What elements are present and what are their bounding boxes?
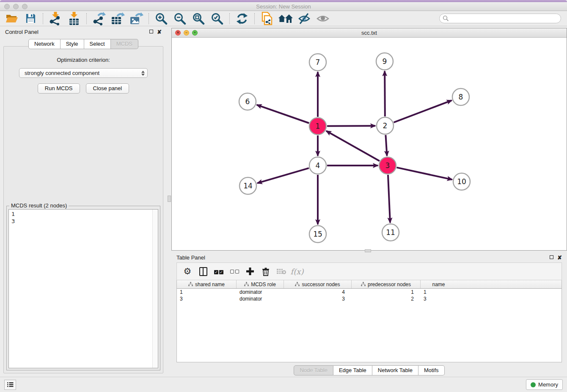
cell-shared-name: 1 xyxy=(177,289,237,295)
zoom-fit-icon xyxy=(192,12,205,25)
search-input[interactable] xyxy=(439,14,561,23)
vertical-splitter-handle[interactable] xyxy=(168,196,171,202)
network-maximize-button[interactable]: + xyxy=(192,30,198,36)
network-window-titlebar[interactable]: ✕ − + scc.txt xyxy=(172,28,567,38)
graph-edge-2-3[interactable] xyxy=(385,135,387,156)
tab-edge-table[interactable]: Edge Table xyxy=(333,365,372,375)
first-neighbors-button[interactable] xyxy=(277,12,294,25)
tab-style[interactable]: Style xyxy=(61,39,84,49)
cell-successor-nodes: 3 xyxy=(284,295,352,302)
table-options-button[interactable]: ⚙ xyxy=(181,265,194,278)
run-mcds-button[interactable]: Run MCDS xyxy=(38,83,80,94)
column-header-shared-name[interactable]: shared name xyxy=(177,280,237,288)
zoom-out-button[interactable] xyxy=(171,12,188,25)
graph-edge-1-2[interactable] xyxy=(327,126,375,126)
deselect-all-rows-button[interactable] xyxy=(228,265,241,278)
status-bar: Memory xyxy=(0,377,567,392)
tab-node-table[interactable]: Node Table xyxy=(294,365,333,375)
result-scrollbar-track[interactable] xyxy=(152,210,158,368)
zoom-fit-button[interactable] xyxy=(190,12,207,25)
hide-selected-button[interactable] xyxy=(296,12,313,25)
import-table-button[interactable] xyxy=(66,12,83,25)
network-minimize-button[interactable]: − xyxy=(184,30,189,36)
zoom-in-button[interactable] xyxy=(153,12,170,25)
select-all-rows-button[interactable]: ✓✓ xyxy=(212,265,225,278)
graph-edge-3-1[interactable] xyxy=(326,131,380,161)
cell-name: 3 xyxy=(421,295,457,302)
cell-predecessor-nodes: 1 xyxy=(352,289,421,295)
save-icon xyxy=(25,13,36,24)
horizontal-splitter-handle[interactable] xyxy=(365,249,371,252)
delete-column-button[interactable] xyxy=(259,265,272,278)
zoom-selected-icon xyxy=(211,12,223,25)
network-canvas-wrap: 1234678910111415 xyxy=(172,38,567,250)
delete-table-button[interactable] xyxy=(275,265,288,278)
graph-edge-3-10[interactable] xyxy=(396,168,452,179)
column-header-predecessor-nodes[interactable]: predecessor nodes xyxy=(352,280,421,288)
checked-boxes-icon: ✓✓ xyxy=(214,268,223,275)
refresh-view-button[interactable] xyxy=(234,12,250,25)
apply-function-button[interactable]: f(x) xyxy=(291,265,303,278)
trash-icon xyxy=(262,267,270,276)
graph-node-label: 10 xyxy=(457,177,466,186)
table-row[interactable]: 3 dominator 3 2 3 xyxy=(177,295,561,302)
optimization-criterion-label: Optimization criterion: xyxy=(4,57,163,63)
import-network-button[interactable] xyxy=(47,12,64,25)
shared-column-icon xyxy=(295,282,300,287)
open-session-button[interactable] xyxy=(3,12,20,25)
table-tabs: Node Table Edge Table Network Table Moti… xyxy=(176,362,562,377)
minimize-window-button[interactable] xyxy=(13,4,19,9)
tab-mcds[interactable]: MCDS xyxy=(111,39,138,49)
network-close-button[interactable]: ✕ xyxy=(175,30,181,36)
export-network-button[interactable] xyxy=(91,12,107,25)
show-all-button[interactable] xyxy=(314,12,331,25)
search-field-wrap xyxy=(439,14,561,23)
graph-node-label: 15 xyxy=(313,230,322,238)
control-panel-title: Control Panel xyxy=(5,29,146,35)
table-panel-header: Table Panel ✘ xyxy=(176,252,562,262)
close-window-button[interactable] xyxy=(4,4,10,9)
zoom-window-button[interactable] xyxy=(22,4,28,9)
control-panel: Control Panel ✘ Network Style Select MCD… xyxy=(0,26,167,377)
table-close-button[interactable]: ✘ xyxy=(557,255,562,260)
criterion-select[interactable]: strongly connected component xyxy=(19,68,148,78)
task-history-button[interactable] xyxy=(4,380,16,390)
close-panel-button[interactable]: ✘ xyxy=(157,29,162,35)
save-session-button[interactable] xyxy=(22,12,39,25)
mcds-result-textarea[interactable]: 1 3 xyxy=(8,209,158,368)
close-mcds-panel-button[interactable]: Close panel xyxy=(86,83,129,94)
clone-network-button[interactable] xyxy=(259,12,275,25)
column-header-name[interactable]: name xyxy=(421,280,457,288)
zoom-selected-button[interactable] xyxy=(209,12,226,25)
add-column-button[interactable] xyxy=(244,265,256,278)
shared-column-icon xyxy=(361,282,366,287)
float-panel-button[interactable] xyxy=(149,29,153,34)
memory-label: Memory xyxy=(538,381,558,388)
graph-edge-3-11[interactable] xyxy=(388,175,390,223)
memory-button[interactable]: Memory xyxy=(526,379,563,390)
column-header-mcds-role[interactable]: MCDS role xyxy=(237,280,284,288)
cell-predecessor-nodes: 2 xyxy=(352,295,421,302)
graph-canvas[interactable]: 1234678910111415 xyxy=(172,38,567,250)
tab-motifs[interactable]: Motifs xyxy=(418,365,445,375)
graph-edge-4-14[interactable] xyxy=(257,168,309,183)
column-header-successor-nodes[interactable]: successor nodes xyxy=(284,280,352,288)
plus-icon xyxy=(246,267,254,276)
tab-network-table[interactable]: Network Table xyxy=(372,365,418,375)
graph-edge-2-9[interactable] xyxy=(385,71,385,116)
tab-select[interactable]: Select xyxy=(84,39,111,49)
main-toolbar xyxy=(0,11,567,26)
cell-successor-nodes: 4 xyxy=(284,289,352,295)
node-table[interactable]: shared name MCDS role successor nodes pr… xyxy=(176,280,562,362)
tab-network[interactable]: Network xyxy=(28,39,61,49)
column-visibility-button[interactable] xyxy=(197,265,209,278)
export-image-button[interactable] xyxy=(128,12,145,25)
table-row[interactable]: 1 dominator 4 1 1 xyxy=(177,289,561,295)
table-float-button[interactable] xyxy=(550,255,553,260)
table-panel: Table Panel ✘ ⚙ ✓✓ xyxy=(171,252,567,377)
export-table-button[interactable] xyxy=(109,12,126,25)
app-titlebar: Session: New Session xyxy=(0,2,567,11)
graph-edge-1-6[interactable] xyxy=(257,105,309,123)
list-icon xyxy=(7,382,14,387)
graph-edge-2-8[interactable] xyxy=(394,100,452,122)
